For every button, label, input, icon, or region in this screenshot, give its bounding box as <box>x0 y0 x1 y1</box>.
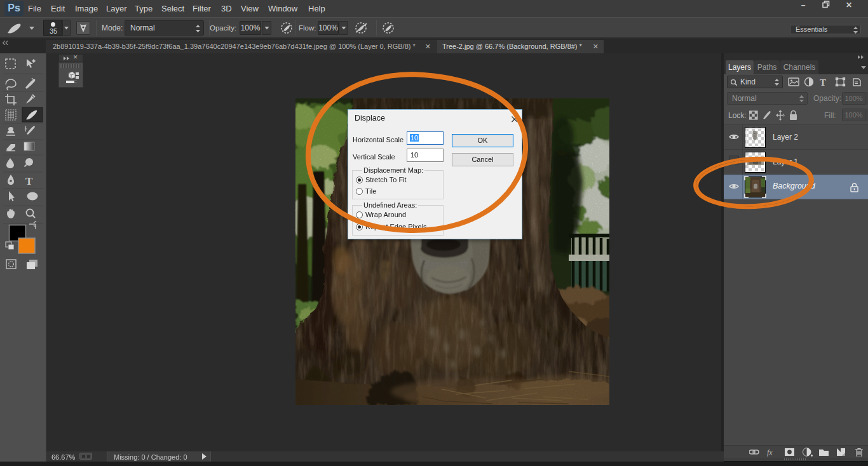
svg-text:T: T <box>820 77 826 88</box>
svg-text:T: T <box>25 175 33 187</box>
svg-text:fx: fx <box>767 448 773 457</box>
